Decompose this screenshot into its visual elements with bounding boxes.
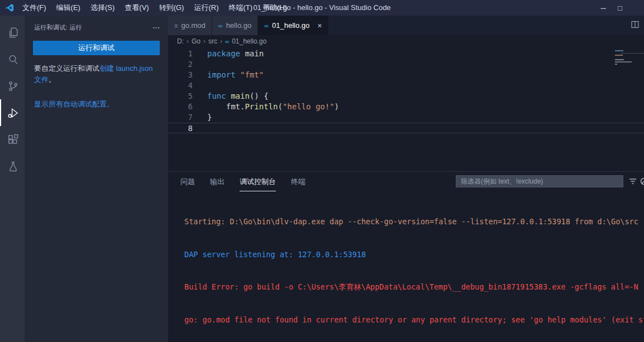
line-number[interactable]: 4 [168,80,193,91]
code-editor[interactable]: 1 package main 2 3 import "fmt" 4 5 func… [168,47,644,133]
hint-text: 要自定义运行和调试 [34,64,99,73]
debug-console-output: Starting: D:\Go\bin\dlv-dap.exe dap --ch… [168,191,644,342]
code-line-current[interactable]: 8 [168,123,644,133]
tab-01-hello-go[interactable]: ∞ 01_hello.go × [258,16,328,35]
show-auto-debug-configs-link[interactable]: 显示所有自动调试配置。 [34,100,114,108]
console-line: DAP server listening at: 127.0.0.1:53918 [184,249,644,261]
tab-label: 01_hello.go [272,21,309,30]
test-icon[interactable] [0,153,25,180]
panel-tab-bar: 问题 输出 调试控制台 终端 [168,172,644,191]
source-control-icon[interactable] [0,73,25,99]
customize-hint: 要自定义运行和调试创建 launch.json 文件。 [34,63,160,85]
breadcrumb: D: › Go › src › ∞ 01_hello.go [168,35,644,47]
menu-view[interactable]: 查看(V) [120,0,154,16]
search-icon[interactable] [0,46,25,73]
minimize-button[interactable]: ─ [595,0,612,16]
maximize-button[interactable]: □ [612,0,628,16]
console-line: go: go.mod file not found in current dir… [184,315,644,326]
breadcrumb-file[interactable]: 01_hello.go [232,37,266,45]
console-line: Build Error: go build -o C:\Users\李育林\Ap… [184,282,644,293]
line-number[interactable]: 6 [168,102,193,112]
run-and-debug-button[interactable]: 运行和调试 [33,41,160,55]
code-line[interactable]: 7 } [168,112,644,123]
line-number[interactable]: 3 [168,70,193,80]
clear-console-icon[interactable] [640,177,644,188]
breadcrumb-drive[interactable]: D: [177,37,184,45]
vscode-logo-icon [5,3,14,12]
line-number[interactable]: 7 [168,112,193,123]
tab-hello-go[interactable]: ∞ hello.go [212,16,258,35]
editor-tab-bar: ≡ go.mod ∞ hello.go ∞ 01_hello.go × [168,16,644,35]
split-editor-icon[interactable] [631,20,640,31]
run-debug-sidebar: 运行和调试: 运行 ⋯ 运行和调试 要自定义运行和调试创建 launch.jso… [25,16,168,342]
menu-help[interactable]: 帮助(H) [257,0,292,16]
line-number[interactable]: 5 [168,91,193,102]
panel-tab-problems[interactable]: 问题 [180,172,195,191]
tab-label: go.mod [181,21,205,30]
window-controls: ─ □ [595,0,628,16]
go-icon: ∞ [264,22,269,29]
hint-suffix: 。 [49,75,56,84]
code-line[interactable]: 3 import "fmt" [168,70,644,80]
panel-tab-terminal[interactable]: 终端 [291,172,306,191]
code-line[interactable]: 2 [168,59,644,70]
breadcrumb-folder[interactable]: Go [192,37,201,45]
go-icon: ∞ [225,38,229,45]
code-line[interactable]: 4 [168,80,644,91]
line-number[interactable]: 1 [168,49,193,59]
breadcrumb-separator: › [203,37,206,45]
line-number[interactable]: 8 [168,123,193,133]
extensions-icon[interactable] [0,126,25,153]
menu-selection[interactable]: 选择(S) [85,0,120,16]
more-actions-icon[interactable]: ⋯ [152,23,160,32]
code-line[interactable]: 5 func main() { [168,91,644,102]
sidebar-header: 运行和调试: 运行 ⋯ [25,16,168,32]
explorer-icon[interactable] [0,19,25,46]
menu-edit[interactable]: 编辑(E) [51,0,85,16]
activity-bar [0,16,25,342]
filter-input[interactable] [456,175,623,187]
run-debug-icon[interactable] [0,99,25,126]
panel-tab-output[interactable]: 输出 [210,172,225,191]
menu-file[interactable]: 文件(F) [17,0,51,16]
filter-icon[interactable] [628,177,637,188]
tab-label: hello.go [226,21,252,30]
breadcrumb-separator: › [220,37,222,45]
editor-group: ≡ go.mod ∞ hello.go ∞ 01_hello.go × D: ›… [168,16,644,342]
console-line: Starting: D:\Go\bin\dlv-dap.exe dap --ch… [184,216,644,228]
tab-go-mod[interactable]: ≡ go.mod [168,16,212,35]
bottom-panel: 问题 输出 调试控制台 终端 Starting: D:\Go\bin\dlv-d… [168,171,644,342]
line-number[interactable]: 2 [168,59,193,70]
menu-go[interactable]: 转到(G) [154,0,189,16]
overview-ruler [621,53,644,54]
code-line[interactable]: 1 package main [168,49,644,59]
breadcrumb-folder[interactable]: src [208,37,217,45]
go-mod-icon: ≡ [174,22,178,29]
menu-terminal[interactable]: 终端(T) [223,0,257,16]
minimap[interactable] [615,49,637,66]
close-tab-icon[interactable]: × [317,21,322,30]
code-line[interactable]: 6 fmt.Println("hello go!") [168,102,644,112]
go-icon: ∞ [218,22,223,29]
menu-run[interactable]: 运行(R) [189,0,223,16]
title-bar: 文件(F) 编辑(E) 选择(S) 查看(V) 转到(G) 运行(R) 终端(T… [0,0,644,16]
panel-tab-debug-console[interactable]: 调试控制台 [240,172,276,191]
breadcrumb-separator: › [187,37,189,45]
sidebar-title: 运行和调试: 运行 [34,23,82,32]
